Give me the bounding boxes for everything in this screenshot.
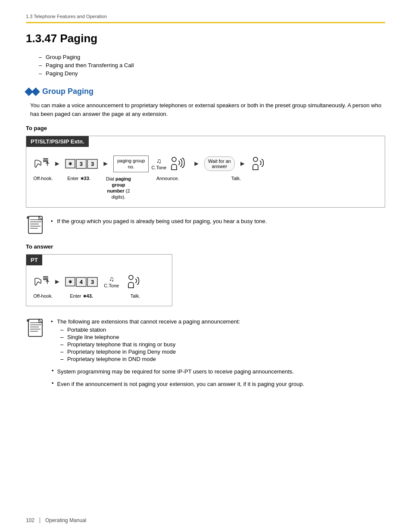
- svg-point-12: [27, 216, 29, 219]
- ctone-label-2: C.Tone: [104, 283, 119, 288]
- list-item-proprietary-paging-deny: –Proprietary telephone in Paging Deny mo…: [60, 348, 385, 355]
- to-answer-box-header: PT: [26, 255, 42, 265]
- label-announce: Announce.: [156, 176, 178, 181]
- bottom-note-1-content: • The following are extensions that cann…: [51, 318, 385, 363]
- diamonds-icon: [26, 89, 39, 95]
- label-enter-star43: Enter ∗43.: [64, 293, 99, 299]
- note-paper-icon-1: [26, 215, 45, 237]
- footer-divider: [40, 517, 40, 523]
- arrow-5: ►: [54, 278, 61, 286]
- key-star-2: ∗: [65, 277, 75, 286]
- arrow-4: ►: [239, 160, 246, 168]
- ctone-1: ♫ C.Tone: [151, 157, 166, 170]
- label-enter-star33: Enter ∗33.: [64, 176, 93, 181]
- page-footer: 102 Operating Manual: [26, 517, 385, 523]
- bottom-note-1-list: –Portable station –Single line telephone…: [60, 327, 385, 362]
- arrow-3: ►: [193, 160, 200, 168]
- toc-item-3: Paging Deny: [39, 70, 385, 77]
- key-3-1: 3: [76, 159, 87, 169]
- to-answer-heading: To answer: [26, 243, 385, 250]
- svg-point-17: [129, 275, 133, 280]
- music-note-icon-1: ♫: [156, 157, 162, 165]
- bullet-dot-n4: •: [52, 380, 54, 389]
- svg-point-5: [253, 157, 258, 162]
- key-3-3: 3: [87, 277, 98, 287]
- talk-icon-2: [126, 274, 146, 289]
- bullet-dot-n2: •: [51, 318, 53, 325]
- to-answer-diagram: PT ► ∗ 4: [26, 254, 172, 306]
- bottom-note-3-area: • Even if the announcement is not paging…: [52, 380, 385, 389]
- toc-item-1: Group Paging: [39, 54, 385, 60]
- to-page-flow-row: ► ∗ 3 3 ► paging group no. ♫ C.Tone: [33, 156, 378, 172]
- to-page-heading: To page: [26, 125, 385, 131]
- paging-group-line1: paging group: [117, 158, 145, 163]
- group-paging-title: Group Paging: [42, 87, 93, 96]
- page-container: 1.3 Telephone Features and Operation 1.3…: [0, 0, 411, 532]
- talk-icon: [250, 156, 270, 171]
- paging-group-box: paging group no.: [113, 156, 149, 172]
- list-item-proprietary-ringing: –Proprietary telephone that is ringing o…: [60, 341, 385, 348]
- arrow-2: ►: [102, 160, 109, 168]
- phone-offhook-icon: [33, 157, 50, 171]
- bottom-note-3-text: Even if the announcement is not paging y…: [57, 380, 305, 389]
- paging-group-line2: no.: [128, 164, 134, 169]
- wait-bubble: Wait for ananswer: [204, 156, 235, 171]
- arrow-1: ►: [54, 160, 61, 168]
- talk-icon-item-2: [126, 274, 146, 290]
- label-offhook-2: Off-hook.: [33, 293, 53, 299]
- music-note-icon-2: ♫: [109, 275, 114, 283]
- svg-point-24: [27, 319, 29, 322]
- to-page-diagram-content: ► ∗ 3 3 ► paging group no. ♫ C.Tone: [26, 147, 385, 207]
- bottom-note-1-bullet: • The following are extensions that cann…: [51, 318, 385, 325]
- toc-item-2: Paging and then Transferring a Call: [39, 62, 385, 68]
- bottom-notes: • The following are extensions that cann…: [26, 318, 385, 389]
- phone-offhook-icon-2: [33, 275, 50, 289]
- footer-page-number: 102: [26, 517, 34, 523]
- talk-icon-item: [250, 156, 270, 172]
- to-page-note-body: If the group which you paged is already …: [57, 218, 267, 224]
- breadcrumb: 1.3 Telephone Features and Operation: [26, 14, 107, 19]
- announce-icon-item: [169, 156, 189, 172]
- ctone-2: ♫ C.Tone: [104, 275, 119, 288]
- offhook-icon-item: [33, 157, 50, 171]
- label-dial-paging: Dial paging group number (2 digits).: [105, 176, 132, 200]
- group-paging-body: You can make a voice announcement to pro…: [30, 101, 385, 118]
- label-talk-2: Talk.: [125, 293, 145, 299]
- key-sequence-page: ∗ 3 3: [65, 159, 98, 169]
- label-talk-1: Talk.: [226, 176, 246, 181]
- bottom-note-1-intro: The following are extensions that cannot…: [57, 318, 240, 325]
- to-page-diagram: PT/SLT/PS/SIP Extn. ►: [26, 136, 385, 208]
- bottom-note-1-area: • The following are extensions that cann…: [26, 318, 385, 363]
- key-star-1: ∗: [65, 159, 75, 168]
- footer-label: Operating Manual: [45, 517, 86, 523]
- svg-point-4: [172, 157, 176, 162]
- ctone-label-1: C.Tone: [151, 165, 166, 170]
- key-sequence-answer: ∗ 4 3: [65, 277, 98, 287]
- note-paper-icon-2: [26, 318, 45, 340]
- to-page-note-area: • If the group which you paged is alread…: [26, 215, 385, 237]
- breadcrumb-bar: 1.3 Telephone Features and Operation: [26, 13, 385, 23]
- section-heading-group-paging: Group Paging: [26, 87, 385, 96]
- list-item-single-line: –Single line telephone: [60, 334, 385, 340]
- list-item-portable: –Portable station: [60, 327, 385, 333]
- bullet-dot-note1: •: [51, 218, 53, 224]
- bottom-note-2-text: System programming may be required for s…: [57, 367, 294, 376]
- offhook-icon-2: [33, 275, 50, 289]
- bottom-note-2-area: • System programming may be required for…: [52, 367, 385, 376]
- page-title: 1.3.47 Paging: [26, 32, 385, 45]
- key-3-2: 3: [87, 159, 98, 169]
- to-page-note-text: • If the group which you paged is alread…: [51, 215, 267, 226]
- toc-list: Group Paging Paging and then Transferrin…: [39, 54, 385, 77]
- list-item-proprietary-dnd: –Proprietary telephone in DND mode: [60, 356, 385, 362]
- to-page-box-header: PT/SLT/PS/SIP Extn.: [26, 136, 89, 147]
- bullet-dot-n3: •: [52, 367, 54, 376]
- to-answer-flow-row: ► ∗ 4 3 ♫ C.Tone: [33, 274, 165, 290]
- wait-text: Wait for ananswer: [208, 159, 231, 169]
- to-answer-diagram-content: ► ∗ 4 3 ♫ C.Tone: [26, 265, 172, 306]
- key-4: 4: [76, 277, 87, 287]
- announce-icon: [169, 156, 189, 171]
- label-offhook: Off-hook.: [33, 176, 53, 181]
